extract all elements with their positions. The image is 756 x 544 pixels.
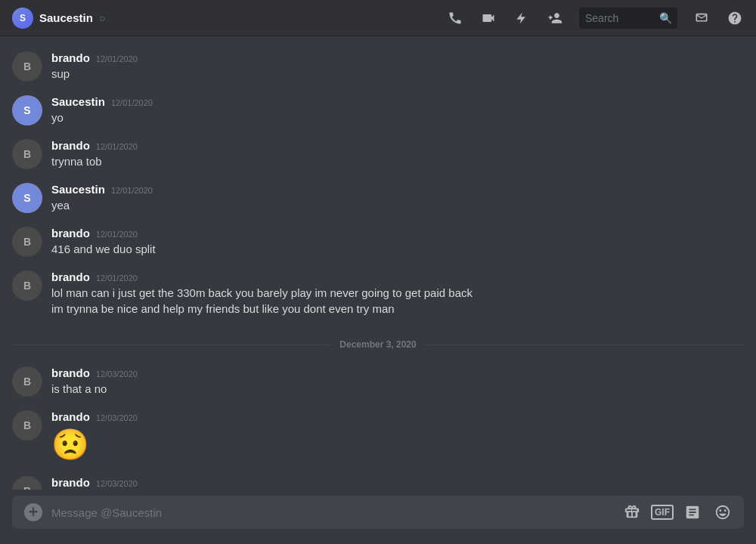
svg-text:S: S xyxy=(23,104,30,116)
message-group: Bbrando12/03/2020😟 xyxy=(12,407,744,465)
date-divider-text: December 3, 2020 xyxy=(339,339,416,350)
message-content: brando12/03/2020so you tob while appeari… xyxy=(51,476,744,490)
input-icons: GIF xyxy=(623,503,732,521)
message-header: brando12/03/2020 xyxy=(51,410,744,423)
svg-text:B: B xyxy=(23,60,31,73)
message-timestamp: 12/01/2020 xyxy=(111,98,153,107)
date-divider: December 3, 2020 xyxy=(12,339,744,350)
message-content: brando12/01/2020416 and we duo split xyxy=(51,227,744,257)
message-content: brando12/01/2020lol man can i just get t… xyxy=(51,270,744,317)
message-group: Bbrando12/01/2020sup xyxy=(12,48,744,85)
avatar: B xyxy=(12,476,42,490)
message-timestamp: 12/01/2020 xyxy=(96,230,138,239)
message-group: SSaucestin12/01/2020yo xyxy=(12,92,744,128)
message-timestamp: 12/01/2020 xyxy=(96,274,138,283)
messages-area: Bbrando12/01/2020supSSaucestin12/01/2020… xyxy=(0,36,756,490)
message-text: is that a no xyxy=(51,381,744,397)
message-header: brando12/01/2020 xyxy=(51,270,744,283)
add-friend-icon[interactable] xyxy=(546,9,564,27)
message-group: Bbrando12/01/2020416 and we duo split xyxy=(12,224,744,260)
search-input[interactable] xyxy=(585,12,653,24)
message-author: brando xyxy=(51,476,90,489)
svg-text:B: B xyxy=(23,148,31,160)
message-author: Saucestin xyxy=(51,95,105,108)
header-username: Saucestin xyxy=(39,11,93,24)
svg-text:S: S xyxy=(23,192,30,204)
help-icon[interactable] xyxy=(726,9,744,27)
message-author: brando xyxy=(51,366,90,379)
message-header: brando12/03/2020 xyxy=(51,366,744,379)
message-header: Saucestin12/01/2020 xyxy=(51,95,744,108)
message-content: brando12/01/2020trynna tob xyxy=(51,139,744,169)
message-text: lol man can i just get the 330m back you… xyxy=(51,285,744,301)
message-text: yo xyxy=(51,110,744,125)
message-author: brando xyxy=(51,270,90,283)
message-text: trynna tob xyxy=(51,153,744,169)
message-content: Saucestin12/01/2020yea xyxy=(51,183,744,213)
message-text: yea xyxy=(51,197,744,213)
avatar: B xyxy=(12,227,42,257)
message-header: brando12/01/2020 xyxy=(51,51,744,64)
message-text: sup xyxy=(51,66,744,82)
message-group: Bbrando12/03/2020so you tob while appear… xyxy=(12,473,744,490)
header: S Saucestin ○ xyxy=(0,0,756,36)
message-timestamp: 12/03/2020 xyxy=(96,413,138,422)
inbox-icon[interactable] xyxy=(692,9,711,27)
header-status-icon: ○ xyxy=(99,12,105,24)
svg-text:B: B xyxy=(23,376,31,388)
message-header: brando12/03/2020 xyxy=(51,476,744,489)
avatar: S xyxy=(12,183,42,213)
avatar: B xyxy=(12,270,42,301)
message-text: 416 and we duo split xyxy=(51,241,744,257)
nitro-icon[interactable] xyxy=(513,9,531,27)
message-group: Bbrando12/01/2020trynna tob xyxy=(12,136,744,172)
svg-text:B: B xyxy=(23,419,31,431)
avatar: B xyxy=(12,410,42,440)
message-author: brando xyxy=(51,51,90,64)
call-icon[interactable] xyxy=(446,9,464,27)
message-timestamp: 12/03/2020 xyxy=(96,369,138,379)
message-content: brando12/03/2020😟 xyxy=(51,410,744,462)
message-timestamp: 12/01/2020 xyxy=(96,142,138,151)
emoji-icon[interactable] xyxy=(714,503,732,521)
emoji-large: 😟 xyxy=(51,426,744,462)
header-left: S Saucestin ○ xyxy=(12,8,105,29)
message-author: Saucestin xyxy=(51,183,105,196)
message-author: brando xyxy=(51,410,90,423)
avatar: S xyxy=(12,95,42,125)
message-content: brando12/03/2020is that a no xyxy=(51,366,744,397)
message-header: brando12/01/2020 xyxy=(51,139,744,152)
search-icon: 🔍 xyxy=(659,12,672,24)
gif-icon[interactable]: GIF xyxy=(653,503,671,521)
input-area: + GIF xyxy=(0,490,756,544)
svg-text:B: B xyxy=(23,236,31,248)
add-attachment-button[interactable]: + xyxy=(24,503,42,521)
header-avatar: S xyxy=(12,8,33,29)
message-timestamp: 12/03/2020 xyxy=(96,479,138,488)
message-author: brando xyxy=(51,139,90,152)
message-content: brando12/01/2020sup xyxy=(51,51,744,82)
message-input-wrapper: + GIF xyxy=(12,496,744,529)
message-content: Saucestin12/01/2020yo xyxy=(51,95,744,125)
message-text: im trynna be nice and help my friends bu… xyxy=(51,301,744,317)
message-timestamp: 12/01/2020 xyxy=(111,186,153,195)
sticker-icon[interactable] xyxy=(683,503,702,521)
video-icon[interactable] xyxy=(479,9,497,27)
gift-icon[interactable] xyxy=(623,503,641,521)
avatar: B xyxy=(12,366,42,397)
message-group: Bbrando12/03/2020is that a no xyxy=(12,363,744,400)
message-header: Saucestin12/01/2020 xyxy=(51,183,744,196)
message-timestamp: 12/01/2020 xyxy=(96,54,138,63)
avatar: B xyxy=(12,51,42,82)
avatar: B xyxy=(12,139,42,169)
message-text: 😟 xyxy=(51,426,744,462)
message-author: brando xyxy=(51,227,90,240)
gif-label: GIF xyxy=(651,505,674,520)
message-header: brando12/01/2020 xyxy=(51,227,744,240)
message-group: Bbrando12/01/2020lol man can i just get … xyxy=(12,267,744,320)
message-group: SSaucestin12/01/2020yea xyxy=(12,180,744,216)
search-bar[interactable]: 🔍 xyxy=(579,8,677,29)
message-input[interactable] xyxy=(51,506,614,519)
header-right: 🔍 xyxy=(446,8,744,29)
svg-text:B: B xyxy=(23,280,31,292)
